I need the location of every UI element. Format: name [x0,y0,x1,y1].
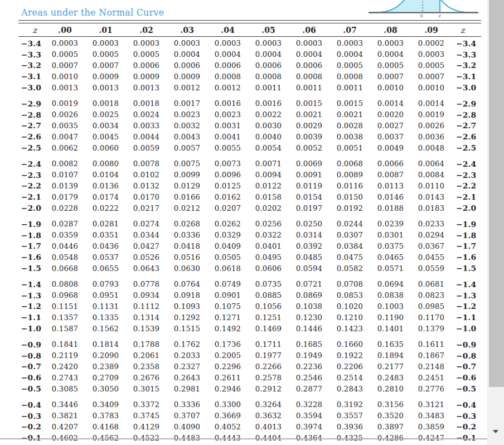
value-cell: 0.1210 [329,313,370,322]
value-cell: 0.0455 [411,253,452,262]
z-label-left: −0.5 [18,384,45,393]
z-label-left: −1.3 [18,291,45,300]
value-cell: 0.3632 [248,412,289,420]
z-label-right: −3.0 [452,83,481,92]
value-cell: 0.0233 [411,220,452,228]
value-cell: 0.0006 [126,61,167,70]
value-cell: 0.0764 [167,280,207,288]
z-label-right: −1.8 [452,231,481,240]
value-cell: 0.0367 [411,242,452,250]
header-col: .05 [248,26,289,35]
value-cell: 0.0037 [370,133,411,141]
value-cell: 0.0044 [126,133,167,141]
value-cell: 0.0239 [370,220,411,228]
row-group: −3.40.00030.00030.00030.00030.00030.0003… [18,38,481,93]
z-label-left: −0.4 [18,400,45,409]
value-cell: 0.0082 [45,159,85,168]
value-cell: 0.0188 [370,204,411,212]
curve-shaded-area [369,0,440,13]
value-cell: 0.0003 [207,39,248,47]
value-cell: 0.2611 [207,374,248,382]
value-cell: 0.3372 [126,400,167,409]
value-cell: 0.1423 [329,325,370,333]
z-label-right: −1.6 [452,253,481,262]
value-cell: 0.2810 [370,385,411,393]
scroll-down-button[interactable] [487,426,504,437]
page-title: Areas under the Normal Curve [21,7,164,18]
value-cell: 0.1020 [329,302,370,311]
value-cell: 0.0329 [207,231,248,239]
z-label-left: −1.9 [18,220,45,229]
value-cell: 0.0014 [370,99,411,108]
value-cell: 0.0015 [289,99,329,108]
value-cell: 0.0606 [248,264,289,273]
value-cell: 0.3669 [207,412,248,420]
value-cell: 0.2389 [85,362,126,371]
value-cell: 0.3228 [289,400,329,409]
value-cell: 0.0119 [289,182,329,190]
z-label-right: −1.3 [452,291,481,300]
value-cell: 0.0183 [411,204,452,212]
value-cell: 0.4168 [85,423,126,431]
value-cell: 0.3015 [126,385,167,393]
value-cell: 0.0060 [85,144,126,152]
table-row: −1.20.11510.11310.11120.10930.10750.1056… [18,301,481,312]
value-cell: 0.0139 [45,182,85,190]
value-cell: 0.0087 [370,171,411,179]
value-cell: 0.0287 [45,220,85,228]
figure-z-label: z [438,14,441,18]
value-cell: 0.0934 [126,291,167,299]
viewport-bottom-edge [0,438,487,439]
value-cell: 0.0029 [289,122,329,130]
z-label-right: −3.4 [452,39,481,48]
normal-curve-graphic: 0 z [369,0,478,18]
z-label-left: −2.2 [18,181,45,190]
value-cell: 0.0006 [248,61,289,70]
value-cell: 0.0475 [329,253,370,262]
value-cell: 0.3483 [411,412,452,420]
value-cell: 0.2709 [85,374,126,382]
value-cell: 0.0007 [370,72,411,81]
value-cell: 0.3936 [329,423,370,431]
z-label-left: −1.4 [18,280,45,289]
vertical-scrollbar[interactable] [487,0,504,445]
value-cell: 0.0110 [411,182,452,190]
value-cell: 0.2266 [248,362,289,371]
value-cell: 0.2005 [207,351,248,360]
z-label-left: −2.5 [18,143,45,152]
value-cell: 0.0021 [289,110,329,119]
z-label-left: −0.9 [18,340,45,349]
table-header-row: z.00.01.02.03.04.05.06.07.08.09z [18,23,481,36]
value-cell: 0.0073 [207,159,248,168]
value-cell: 0.0003 [411,50,452,59]
z-label-left: −1.6 [18,253,45,262]
value-cell: 0.1736 [207,340,248,349]
value-cell: 0.0026 [45,110,85,119]
z-label-left: −2.0 [18,204,45,212]
value-cell: 0.1611 [411,340,452,349]
value-cell: 0.0084 [411,171,452,179]
value-cell: 0.0048 [411,144,452,152]
value-cell: 0.1271 [207,313,248,322]
value-cell: 0.0052 [289,144,329,152]
value-cell: 0.1711 [248,340,289,349]
table-row: −0.70.24200.23890.23580.23270.22960.2266… [18,361,481,373]
value-cell: 0.2327 [167,362,207,371]
value-cell: 0.0885 [248,291,289,299]
value-cell: 0.0036 [411,133,452,141]
value-cell: 0.0054 [248,144,289,152]
z-table: z.00.01.02.03.04.05.06.07.08.09z −3.40.0… [18,20,481,442]
value-cell: 0.4129 [126,423,167,431]
table-row: −0.10.46020.45620.45220.44830.44430.4404… [18,432,481,442]
value-cell: 0.0014 [411,99,452,108]
scrollbar-thumb[interactable] [489,0,504,387]
value-cell: 0.2177 [370,362,411,371]
value-cell: 0.0244 [329,220,370,228]
value-cell: 0.0102 [126,171,167,179]
z-label-right: −2.8 [452,110,481,119]
value-cell: 0.0007 [411,72,452,81]
value-cell: 0.0008 [248,72,289,81]
value-cell: 0.3050 [85,385,126,393]
value-cell: 0.0096 [207,171,248,179]
value-cell: 0.0002 [411,39,452,47]
